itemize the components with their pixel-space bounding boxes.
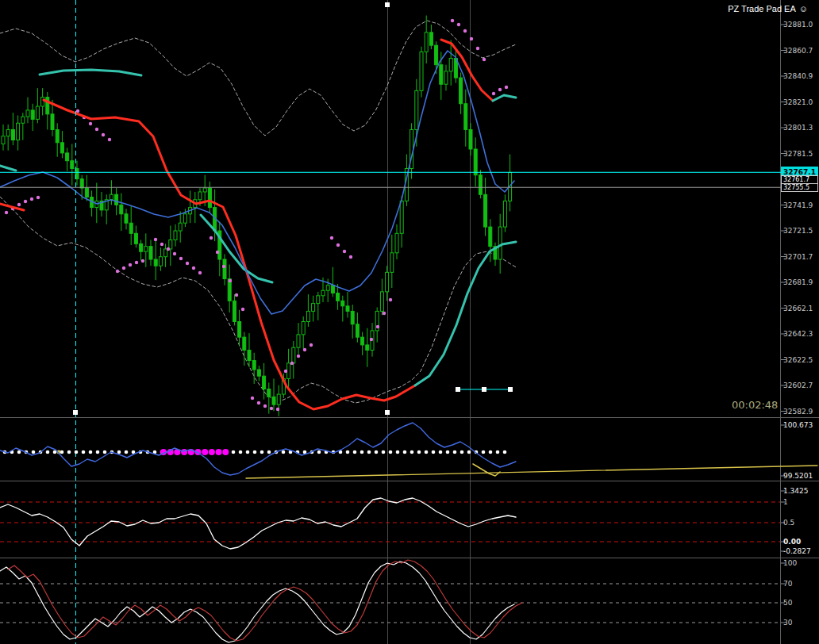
- sar-dot: [179, 257, 183, 260]
- indicator2-level1-label: 1: [783, 498, 788, 506]
- magenta-signal-dot: [181, 449, 187, 455]
- candle-body: [174, 231, 177, 240]
- signal-dot: [17, 450, 21, 454]
- candle-body: [198, 192, 202, 200]
- candle-body: [474, 149, 477, 175]
- selection-handle[interactable]: [508, 387, 513, 392]
- signal-dot: [346, 450, 350, 454]
- chart-canvas[interactable]: [0, 0, 819, 644]
- candle-body: [149, 247, 152, 259]
- signal-dot: [253, 450, 257, 454]
- signal-dot: [360, 450, 364, 454]
- signal-dot: [260, 450, 264, 454]
- candle-body: [429, 33, 433, 45]
- price-axis-label: 32741.9: [783, 201, 813, 209]
- price-axis-label: 32801.3: [783, 124, 813, 132]
- sar-dot: [276, 408, 279, 411]
- sar-dot: [216, 251, 219, 254]
- smiley-icon[interactable]: ☺: [799, 4, 808, 13]
- candle-body: [356, 324, 359, 337]
- candle-body: [351, 311, 354, 324]
- magenta-signal-dot: [209, 449, 215, 455]
- indicator2-zero-label: 0.00: [783, 538, 801, 546]
- price-axis-label: 32721.5: [783, 227, 813, 235]
- candle-body: [312, 304, 315, 312]
- candle-body: [115, 194, 118, 205]
- trading-chart-window: 32767.1 32761.7 32755.5 PZ Trade Pad EA☺…: [0, 0, 819, 644]
- candle-body: [444, 71, 448, 84]
- candle-body: [208, 188, 211, 208]
- candle-body: [440, 65, 443, 85]
- signal-dot: [389, 450, 393, 454]
- selection-handle[interactable]: [482, 387, 486, 392]
- trend-ma-teal: [40, 70, 141, 75]
- candle-body: [248, 350, 251, 360]
- trend-ma-teal: [0, 166, 16, 171]
- signal-dot: [482, 450, 486, 454]
- signal-dot: [75, 450, 79, 454]
- candle-body: [272, 397, 275, 404]
- signal-dot: [382, 450, 386, 454]
- selection-handle[interactable]: [385, 410, 390, 415]
- signal-dot: [89, 450, 93, 454]
- candle-body: [71, 161, 74, 169]
- indicator1-min-label: 99.5201: [783, 472, 813, 480]
- candle-body: [390, 253, 394, 273]
- sar-dot: [451, 19, 454, 22]
- yellow-hook: [473, 464, 500, 476]
- candle-body: [267, 389, 271, 397]
- price-axis-label: 32681.9: [783, 278, 813, 286]
- selection-handle[interactable]: [456, 387, 460, 392]
- candle-body: [179, 223, 182, 231]
- signal-dot: [460, 450, 464, 454]
- price-axis-label: 32881.0: [783, 21, 813, 29]
- price-axis-label: 32860.7: [783, 47, 813, 55]
- sar-dot: [235, 293, 238, 297]
- candle-body: [223, 259, 226, 279]
- signal-dot: [403, 450, 407, 454]
- selection-handle[interactable]: [385, 2, 390, 7]
- candle-body: [252, 361, 256, 370]
- signal-dot: [103, 450, 107, 454]
- candle-body: [60, 143, 63, 153]
- ea-caption[interactable]: PZ Trade Pad EA☺: [728, 4, 808, 13]
- sar-dot: [505, 86, 508, 89]
- candle-body: [459, 78, 463, 104]
- signal-dot: [353, 450, 357, 454]
- candle-body: [415, 90, 418, 129]
- candle-body: [346, 306, 349, 312]
- signal-dot: [467, 450, 471, 454]
- candle-body: [302, 321, 305, 334]
- sar-dot: [284, 370, 287, 373]
- candle-body: [51, 114, 54, 130]
- price-axis-label: 32622.5: [783, 356, 813, 364]
- candle-body: [395, 233, 398, 253]
- candle-body: [326, 286, 329, 291]
- candle-body: [435, 45, 438, 65]
- sar-dot: [457, 23, 460, 26]
- candle-body: [2, 136, 5, 144]
- price-axis-label: 32821.0: [783, 98, 813, 106]
- signal-dot: [67, 450, 71, 454]
- candle-body: [498, 227, 502, 259]
- sar-dot: [483, 58, 486, 61]
- candle-body: [380, 292, 383, 312]
- signal-dot: [82, 450, 86, 454]
- signal-dot: [496, 450, 500, 454]
- price-axis-label: 32602.7: [783, 381, 813, 389]
- trend-ma-red: [44, 100, 415, 409]
- indicator3-30-label: 30: [783, 619, 792, 627]
- candle-body: [263, 376, 266, 389]
- yellow-trendline[interactable]: [246, 466, 817, 478]
- sar-dot: [89, 122, 92, 125]
- price-axis-label: 32642.3: [783, 330, 813, 338]
- price-axis-label: 32701.7: [783, 253, 813, 261]
- sar-dot: [229, 279, 232, 282]
- selection-handle[interactable]: [73, 410, 78, 415]
- sar-dot: [210, 236, 213, 240]
- sar-dot: [476, 47, 479, 50]
- signal-dot: [453, 450, 457, 454]
- signal-dot: [489, 450, 493, 454]
- candle-body: [336, 293, 340, 301]
- candle-body: [85, 188, 88, 197]
